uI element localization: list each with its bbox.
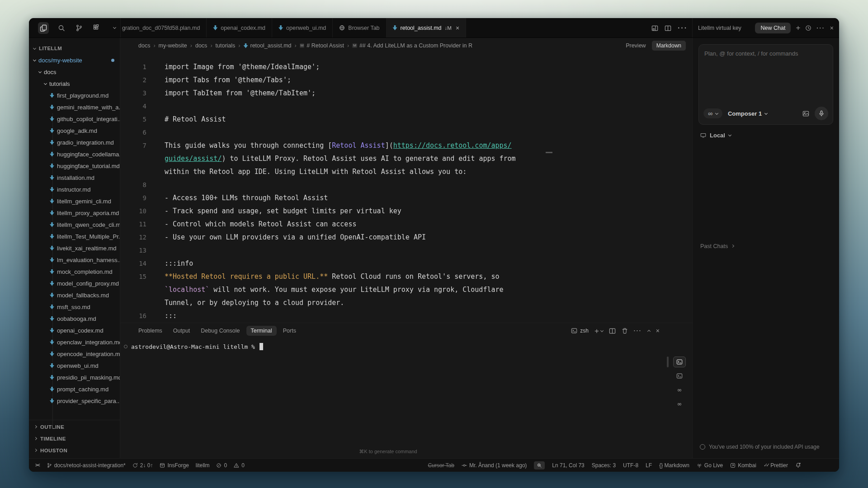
background-agent-icon[interactable]: ∞ <box>673 399 686 409</box>
tree-item-file[interactable]: mock_completion.md <box>29 266 120 277</box>
shell-session[interactable]: zsh <box>571 328 589 334</box>
tree-item-file[interactable]: msft_sso.md <box>29 301 120 313</box>
attach-image-icon[interactable] <box>802 110 809 117</box>
status-litellm[interactable]: litellm <box>196 462 210 469</box>
sidebar-section-houston[interactable]: HOUSTON <box>29 445 120 456</box>
tree-item-file[interactable]: provider_specific_para... <box>29 395 120 407</box>
tree-item-file[interactable]: opencode_integration.md <box>29 348 120 360</box>
panel-tab-output[interactable]: Output <box>169 326 195 336</box>
model-selector[interactable]: ∞ <box>703 108 722 118</box>
new-terminal-button[interactable]: + <box>594 327 603 335</box>
status-0[interactable]: 0 <box>216 462 227 469</box>
tree-item-file[interactable]: litellm_gemini_cli.md <box>29 195 120 207</box>
status-2-0[interactable]: 2↓ 0↑ <box>132 462 153 469</box>
markdown-mode-toggle[interactable]: Markdown <box>652 41 686 51</box>
terminal-session-icon[interactable] <box>673 371 686 381</box>
files-icon[interactable] <box>38 22 49 34</box>
tree-item-file[interactable]: gemini_realtime_with_a... <box>29 101 120 113</box>
editor[interactable]: 1import Image from '@theme/IdealImage';2… <box>120 53 692 323</box>
extensions-icon[interactable] <box>91 22 102 34</box>
tree-item-file[interactable]: first_playground.md <box>29 89 120 101</box>
split-editor-icon[interactable] <box>665 25 671 32</box>
tree-item-file[interactable]: instructor.md <box>29 183 120 195</box>
breadcrumb-item[interactable]: my-website <box>159 42 187 49</box>
close-icon[interactable]: × <box>456 24 459 32</box>
terminal-more-icon[interactable]: ··· <box>634 328 642 334</box>
tree-item-file[interactable]: installation.md <box>29 172 120 183</box>
new-tab-icon[interactable]: + <box>796 24 800 32</box>
chat-input-card[interactable]: Plan, @ for context, / for commands ∞ Co… <box>698 44 833 125</box>
tree-item-folder[interactable]: tutorials <box>29 78 120 89</box>
editor-tab[interactable]: retool_assist.md↓M× <box>387 18 467 38</box>
split-terminal-icon[interactable] <box>609 328 616 334</box>
panel-tab-debug-console[interactable]: Debug Console <box>196 326 244 336</box>
background-agent-icon[interactable]: ∞ <box>673 385 686 395</box>
more-actions-icon[interactable]: ··· <box>678 24 688 32</box>
tree-item-file[interactable]: livekit_xai_realtime.md <box>29 242 120 254</box>
status-utf-8[interactable]: UTF-8 <box>623 462 638 469</box>
tree-item-file[interactable]: presidio_pii_masking.md <box>29 371 120 383</box>
tree-item-file[interactable]: github_copilot_integrati... <box>29 113 120 125</box>
status-remote-icon[interactable]: >< <box>35 463 40 468</box>
status-insforge[interactable]: InsForge <box>160 462 189 469</box>
chevron-down-icon[interactable] <box>109 22 120 34</box>
terminal-viewport[interactable]: astrodevil@Astro-Mac-mini litellm % ⌘K t… <box>120 338 692 458</box>
tree-item-folder[interactable]: docs <box>29 66 120 78</box>
status-bell-icon[interactable] <box>795 462 801 468</box>
tree-item-file[interactable]: litellm_qwen_code_cli.md <box>29 219 120 230</box>
panel-tab-terminal[interactable]: Terminal <box>246 326 277 336</box>
kill-terminal-icon[interactable] <box>622 328 628 334</box>
status-cursor-tab[interactable]: Cursor Tab <box>428 462 454 469</box>
status-prettier[interactable]: ✓✓Prettier <box>764 462 788 469</box>
tree-item-file[interactable]: prompt_caching.md <box>29 383 120 395</box>
tree-item-file[interactable]: model_fallbacks.md <box>29 289 120 301</box>
tree-item-file[interactable]: litellm_Test_Multiple_Pr... <box>29 230 120 242</box>
editor-tab[interactable]: openweb_ui.md <box>272 18 333 38</box>
environment-selector[interactable]: Local <box>698 132 833 139</box>
sidebar-section-timeline[interactable]: TIMELINE <box>29 433 120 445</box>
status-0[interactable]: 0 <box>234 462 245 469</box>
editor-tab[interactable]: Browser Tab <box>333 18 386 38</box>
breadcrumb-item[interactable]: tutorials <box>216 42 236 49</box>
breadcrumb-item[interactable]: M## 4. Add LiteLLM as a Custom Provider … <box>352 42 472 49</box>
tree-item-file[interactable]: model_config_proxy.md <box>29 277 120 289</box>
open-preview-icon[interactable] <box>651 25 658 32</box>
mic-button[interactable] <box>815 107 828 120</box>
status-zoom-icon[interactable] <box>534 461 545 469</box>
panel-tab-ports[interactable]: Ports <box>278 326 301 336</box>
tree-item-file[interactable]: gradio_integration.md <box>29 136 120 148</box>
past-chats[interactable]: Past Chats <box>700 243 734 249</box>
editor-tab[interactable]: gration_doc_d075fd58.plan.md <box>121 18 207 38</box>
terminal-session-icon[interactable] <box>673 357 686 367</box>
tree-item-file[interactable]: lm_evaluation_harness.... <box>29 254 120 266</box>
status-kombai[interactable]: Kombai <box>730 462 756 469</box>
tree-item-file[interactable]: openai_codex.md <box>29 324 120 336</box>
tree-item-file[interactable]: openclaw_integration.md <box>29 336 120 348</box>
source-control-icon[interactable] <box>74 22 85 34</box>
tree-item-file[interactable]: huggingface_codellama... <box>29 148 120 160</box>
status-markdown[interactable]: {} Markdown <box>659 462 689 469</box>
breadcrumb-item[interactable]: docs <box>195 42 207 49</box>
history-icon[interactable] <box>805 25 811 31</box>
panel-tab-problems[interactable]: Problems <box>134 326 167 336</box>
tree-item-file[interactable]: oobabooga.md <box>29 313 120 324</box>
tree-item-file[interactable]: openweb_ui.md <box>29 360 120 371</box>
status-mr-nand-1-week-ago[interactable]: Mr. Ånand (1 week ago) <box>462 462 527 469</box>
status-go-live[interactable]: Go Live <box>697 462 723 469</box>
tree-item-file[interactable]: huggingface_tutorial.md <box>29 160 120 172</box>
preview-toggle[interactable]: Preview <box>626 42 646 49</box>
terminal-scrollbar[interactable] <box>667 357 669 367</box>
explorer-section-header[interactable]: LITELLM <box>29 42 120 54</box>
breadcrumb-item[interactable]: retool_assist.md <box>244 42 292 49</box>
status-spaces-3[interactable]: Spaces: 3 <box>592 462 616 469</box>
breadcrumb-item[interactable]: M# Retool Assist <box>300 42 344 49</box>
mode-selector[interactable]: Composer 1 <box>728 110 767 117</box>
status-docs-retool-assist-integration[interactable]: docs/retool-assist-integration* <box>47 462 126 469</box>
close-panel-icon[interactable]: × <box>656 327 660 334</box>
maximize-panel-icon[interactable] <box>647 330 651 333</box>
scrollbar-thumb[interactable] <box>546 152 552 153</box>
new-chat-button[interactable]: New Chat <box>755 23 791 33</box>
sidebar-section-outline[interactable]: OUTLINE <box>29 421 120 433</box>
search-icon[interactable] <box>56 22 66 34</box>
status-lf[interactable]: LF <box>646 462 652 469</box>
